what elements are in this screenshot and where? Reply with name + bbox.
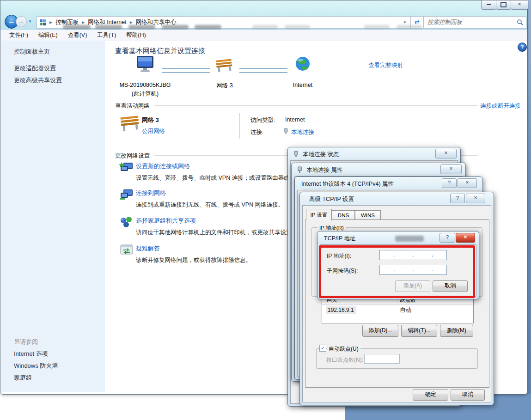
- minimize-button[interactable]: [481, 0, 496, 10]
- close-button[interactable]: ×: [511, 0, 528, 10]
- tab-ip-settings[interactable]: IP 设置: [306, 209, 332, 220]
- ip-octet-separator: .: [393, 265, 395, 274]
- redacted-text: [364, 25, 390, 29]
- subnet-mask-field[interactable]: . . .: [379, 265, 447, 275]
- forward-icon: →: [18, 18, 24, 24]
- redacted-text: [195, 25, 221, 29]
- gateway-remove-button[interactable]: 删除(M): [440, 325, 473, 337]
- redacted-text: [162, 25, 189, 29]
- ok-button[interactable]: 确定: [413, 389, 448, 401]
- nav-dropdown-icon[interactable]: ▼: [28, 19, 32, 24]
- public-network-link[interactable]: 公用网络: [142, 128, 165, 135]
- local-connection-link[interactable]: 本地连接: [291, 128, 314, 136]
- menu-view[interactable]: 查看(V): [63, 31, 92, 39]
- close-button[interactable]: ×: [440, 164, 462, 174]
- gateway-edit-button[interactable]: 编辑(T)...: [401, 325, 437, 337]
- help-button[interactable]: ?: [439, 233, 455, 243]
- menu-bar: 文件(F) 编辑(E) 查看(V) 工具(T) 帮助(H): [0, 30, 527, 41]
- sidebar-item-change-sharing-settings[interactable]: 更改高级共享设置: [14, 76, 62, 85]
- gateway-cell[interactable]: 192.16.9.1: [326, 306, 356, 314]
- ip-octet-separator: .: [412, 265, 414, 274]
- divider: [154, 105, 478, 106]
- sidebar-item-windows-firewall[interactable]: Windows 防火墙: [14, 362, 58, 370]
- dialog-title: TCP/IP 地址: [324, 235, 356, 243]
- connect-to-network-icon[interactable]: [119, 188, 134, 201]
- sidebar-item-control-panel-home[interactable]: 控制面板主页: [14, 48, 50, 56]
- subnet-mask-label: 子网掩码(S):: [327, 267, 358, 275]
- computer-icon[interactable]: [134, 55, 156, 74]
- menu-help[interactable]: 帮助(H): [121, 31, 151, 39]
- network-icon[interactable]: [214, 58, 234, 73]
- metric-cell[interactable]: 自动: [400, 306, 411, 314]
- connection-plug-icon: [293, 151, 299, 158]
- access-type-value: Internet: [285, 116, 305, 123]
- network-map-label: 网络 3: [206, 82, 243, 90]
- help-button[interactable]: ?: [450, 194, 465, 203]
- close-icon: ×: [465, 179, 469, 186]
- new-connection-icon[interactable]: [119, 161, 134, 174]
- troubleshoot-icon[interactable]: [119, 243, 134, 256]
- connect-disconnect-link[interactable]: 连接或断开连接: [480, 102, 521, 110]
- search-input[interactable]: [427, 18, 512, 27]
- menu-file[interactable]: 文件(F): [4, 31, 33, 39]
- interface-metric-label: 接口跃点数(N):: [326, 356, 363, 364]
- ip-address-field[interactable]: . . .: [379, 250, 447, 260]
- active-network-name: 网络 3: [142, 116, 159, 124]
- ip-octet-separator: .: [432, 265, 433, 274]
- cancel-button[interactable]: 取消: [433, 280, 468, 292]
- sidebar-item-change-adapter-settings[interactable]: 更改适配器设置: [14, 64, 56, 73]
- check-icon: ✓: [321, 345, 325, 351]
- help-button[interactable]: ?: [442, 178, 457, 188]
- tcpip-address-dialog: TCP/IP 地址 ? × IP 地址(I): . . . 子网掩码(S): .…: [317, 231, 479, 299]
- gateway-add-button[interactable]: 添加(D)...: [362, 325, 398, 337]
- close-button[interactable]: ×: [466, 194, 485, 203]
- help-icon: ?: [448, 180, 451, 185]
- setup-new-connection-desc: 设置无线、宽带、拨号、临时或 VPN 连接；或设置路由器或访问: [136, 174, 301, 182]
- connect-to-network-desc: 连接到或重新连接到无线、有线、拨号或 VPN 网络连接。: [136, 201, 284, 209]
- close-button[interactable]: ×: [458, 178, 477, 188]
- tab-wins[interactable]: WINS: [355, 210, 381, 220]
- help-icon: ?: [446, 234, 449, 240]
- view-full-map-link[interactable]: 查看完整映射: [368, 61, 403, 69]
- connect-to-network-link[interactable]: 连接到网络: [136, 189, 166, 197]
- change-settings-header: 更改网络设置: [115, 152, 150, 160]
- add-button[interactable]: 添加(A): [395, 280, 430, 292]
- menu-tools[interactable]: 工具(T): [92, 31, 121, 39]
- troubleshoot-desc: 诊断并修复网络问题，或获得故障排除信息。: [136, 256, 251, 264]
- troubleshoot-link[interactable]: 疑难解答: [136, 244, 160, 253]
- auto-metric-checkbox[interactable]: ✓: [319, 345, 326, 352]
- active-networks-header: 查看活动网络: [115, 102, 150, 110]
- sidebar-item-homegroup[interactable]: 家庭组: [14, 374, 32, 382]
- internet-globe-icon[interactable]: [295, 56, 311, 72]
- redacted-text: [63, 25, 91, 29]
- sidebar-item-internet-options[interactable]: Internet 选项: [14, 350, 48, 358]
- forward-button[interactable]: →: [16, 16, 27, 27]
- maximize-button[interactable]: [496, 0, 511, 10]
- help-icon: ?: [456, 195, 459, 201]
- access-type-label: 访问类型:: [250, 116, 275, 124]
- search-icon: [517, 19, 523, 25]
- breadcrumb-separator-icon: ▶: [46, 20, 55, 24]
- homegroup-icon[interactable]: [119, 216, 134, 229]
- redacted-text: [95, 25, 122, 29]
- dialog-title: Internet 协议版本 4 (TCP/IPv4) 属性: [301, 180, 394, 188]
- network-icon: [119, 114, 141, 132]
- back-icon: ←: [8, 17, 15, 25]
- search-box[interactable]: [423, 16, 526, 29]
- help-icon[interactable]: ?: [518, 43, 527, 52]
- computer-name-label: MS-20190805KJBG: [112, 82, 178, 88]
- computer-sub-label: (此计算机): [112, 90, 178, 98]
- breadcrumb[interactable]: ▶ 控制面板 ▶ 网络和 Internet ▶ 网络和共享中心 ▼: [37, 16, 411, 29]
- gateway-list[interactable]: 网关 跃点数 192.16.9.1 自动: [322, 296, 474, 323]
- setup-new-connection-link[interactable]: 设置新的连接或网络: [136, 162, 190, 170]
- menu-edit[interactable]: 编辑(E): [33, 31, 63, 39]
- ip-address-label: IP 地址(I):: [327, 252, 351, 260]
- tab-dns[interactable]: DNS: [332, 210, 355, 220]
- desktop-background: [493, 394, 531, 420]
- interface-metric-field[interactable]: [364, 354, 400, 364]
- homegroup-options-link[interactable]: 选择家庭组和共享选项: [136, 217, 196, 225]
- ip-octet-separator: .: [412, 250, 414, 260]
- close-button[interactable]: ×: [456, 233, 475, 243]
- cancel-button[interactable]: 取消: [451, 389, 485, 401]
- close-button[interactable]: ×: [435, 149, 457, 158]
